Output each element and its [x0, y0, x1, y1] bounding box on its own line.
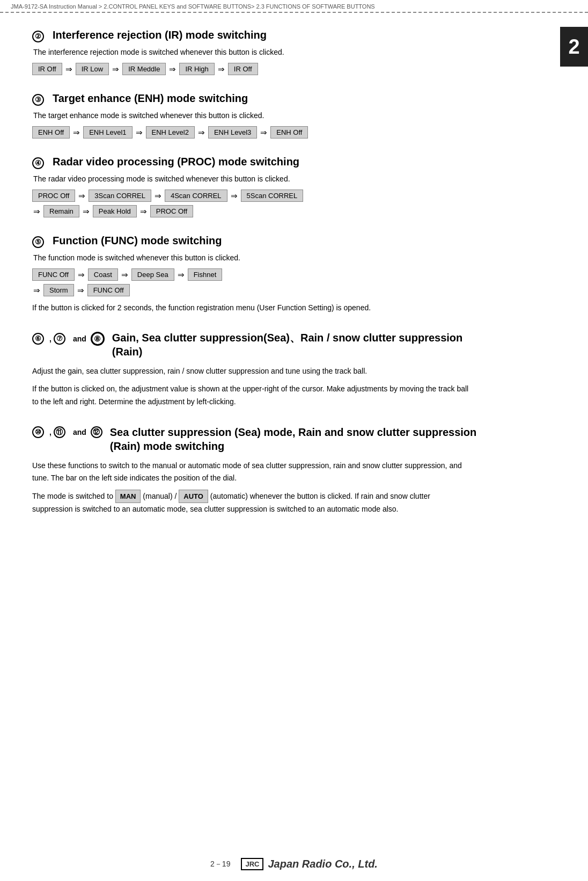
- proc-off-1: PROC Off: [32, 190, 75, 202]
- section-func-flow-1: FUNC Off ⇒ Coast ⇒ Deep Sea ⇒ Fishnet: [32, 268, 494, 281]
- comma-1: ,: [49, 334, 52, 343]
- enh-off-1: ENH Off: [32, 126, 70, 139]
- ir-meddle: IR Meddle: [122, 63, 166, 75]
- section-func-note: If the button is clicked for 2 seconds, …: [32, 302, 451, 314]
- enh-off-2: ENH Off: [270, 126, 308, 139]
- jrc-label: JRC: [241, 858, 263, 870]
- num-12: ⑫: [91, 426, 102, 438]
- section-ir-heading: ② Interference rejection (IR) mode switc…: [32, 29, 494, 42]
- arrow-2: ⇒: [112, 64, 119, 74]
- arrow-1: ⇒: [65, 64, 72, 74]
- main-content: ② Interference rejection (IR) mode switc…: [0, 13, 526, 554]
- proc-5scan: 5Scan CORREL: [241, 190, 304, 202]
- auto-label: AUTO: [179, 490, 208, 503]
- section-gain-nums: ⑥ , ⑦ and ⑧: [32, 332, 108, 346]
- section-proc-title: Radar video processing (PROC) mode switc…: [53, 156, 299, 168]
- func-fishnet: Fishnet: [188, 268, 223, 281]
- func-deep-sea: Deep Sea: [131, 268, 174, 281]
- section-proc-num: ④: [32, 157, 44, 169]
- num-8: ⑧: [91, 332, 105, 346]
- breadcrumb: JMA-9172-SA Instruction Manual > 2.CONTR…: [11, 3, 375, 10]
- section-enh-desc: The target enhance mode is switched when…: [33, 111, 494, 120]
- enh-level2: ENH Level2: [146, 126, 195, 139]
- func-storm: Storm: [43, 284, 74, 296]
- func-off-1: FUNC Off: [32, 268, 75, 281]
- section-enh-title: Target enhance (ENH) mode switching: [53, 92, 248, 105]
- func-off-2: FUNC Off: [87, 284, 130, 296]
- section-ir-title: Interference rejection (IR) mode switchi…: [53, 29, 267, 41]
- section-enh: ③ Target enhance (ENH) mode switching Th…: [32, 92, 494, 139]
- proc-remain: Remain: [43, 205, 79, 217]
- section-sea-rain-title: Sea clutter suppression (Sea) mode, Rain…: [110, 425, 494, 453]
- section-sea-rain-heading: ⑩ , ⑪ and ⑫ Sea clutter suppression (Sea…: [32, 425, 494, 453]
- ir-low: IR Low: [76, 63, 109, 75]
- man-label: MAN: [115, 490, 141, 503]
- footer-logo: JRC Japan Radio Co., Ltd.: [241, 858, 377, 870]
- arrow-4: ⇒: [218, 64, 225, 74]
- section-func-desc: The function mode is switched whenever t…: [33, 253, 494, 262]
- section-proc-heading: ④ Radar video processing (PROC) mode swi…: [32, 156, 494, 169]
- section-sea-rain: ⑩ , ⑪ and ⑫ Sea clutter suppression (Sea…: [32, 425, 494, 516]
- proc-3scan: 3Scan CORREL: [89, 190, 151, 202]
- section-func-heading: ⑤ Function (FUNC) mode switching: [32, 235, 494, 248]
- body2-mid: (manual) /: [143, 492, 177, 500]
- section-func-flow-2: ⇒ Storm ⇒ FUNC Off: [32, 284, 494, 296]
- ir-off-2: IR Off: [228, 63, 258, 75]
- enh-level3: ENH Level3: [208, 126, 257, 139]
- section-func-num: ⑤: [32, 236, 44, 248]
- proc-peak-hold: Peak Hold: [93, 205, 137, 217]
- body2-prefix: The mode is switched to: [32, 492, 113, 500]
- section-gain-body2: If the button is clicked on, the adjustm…: [32, 383, 472, 407]
- ir-off-1: IR Off: [32, 63, 62, 75]
- section-func-title: Function (FUNC) mode switching: [53, 235, 222, 247]
- num-11: ⑪: [54, 426, 65, 438]
- and-label-2: and: [73, 428, 86, 436]
- section-sea-rain-body1: Use these functions to switch to the man…: [32, 460, 472, 484]
- section-gain: ⑥ , ⑦ and ⑧ Gain, Sea clutter suppressio…: [32, 331, 494, 407]
- num-6: ⑥: [32, 333, 44, 345]
- num-10: ⑩: [32, 426, 44, 438]
- num-7: ⑦: [54, 333, 65, 345]
- section-func: ⑤ Function (FUNC) mode switching The fun…: [32, 235, 494, 314]
- chapter-tab: 2: [560, 27, 588, 67]
- section-enh-flow: ENH Off ⇒ ENH Level1 ⇒ ENH Level2 ⇒ ENH …: [32, 126, 494, 139]
- logo-text: Japan Radio Co., Ltd.: [268, 858, 377, 870]
- section-gain-body1: Adjust the gain, sea clutter suppression…: [32, 365, 472, 377]
- arrow-3: ⇒: [169, 64, 176, 74]
- section-proc-flow-1: PROC Off ⇒ 3Scan CORREL ⇒ 4Scan CORREL ⇒…: [32, 190, 494, 202]
- section-proc: ④ Radar video processing (PROC) mode swi…: [32, 156, 494, 217]
- section-proc-desc: The radar video processing mode is switc…: [33, 174, 494, 183]
- section-sea-rain-nums: ⑩ , ⑪ and ⑫: [32, 426, 106, 438]
- ir-high: IR High: [179, 63, 214, 75]
- proc-off-2: PROC Off: [150, 205, 193, 217]
- section-ir-desc: The interference rejection mode is switc…: [33, 48, 494, 56]
- section-proc-flow-2: ⇒ Remain ⇒ Peak Hold ⇒ PROC Off: [32, 205, 494, 217]
- footer: 2－19 JRC Japan Radio Co., Ltd.: [0, 858, 588, 870]
- section-ir-num: ②: [32, 31, 44, 42]
- section-enh-num: ③: [32, 94, 44, 106]
- section-gain-title: Gain, Sea clutter suppression(Sea)、Rain …: [112, 331, 494, 359]
- enh-level1: ENH Level1: [83, 126, 132, 139]
- section-sea-rain-body2: The mode is switched to MAN (manual) / A…: [32, 490, 472, 516]
- header: JMA-9172-SA Instruction Manual > 2.CONTR…: [0, 0, 588, 13]
- section-gain-heading: ⑥ , ⑦ and ⑧ Gain, Sea clutter suppressio…: [32, 331, 494, 359]
- proc-4scan: 4Scan CORREL: [165, 190, 227, 202]
- func-coast: Coast: [88, 268, 118, 281]
- section-ir-flow: IR Off ⇒ IR Low ⇒ IR Meddle ⇒ IR High ⇒ …: [32, 63, 494, 75]
- comma-2: ,: [49, 428, 52, 436]
- page-number: 2－19: [210, 860, 230, 869]
- and-label-1: and: [73, 334, 86, 343]
- section-enh-heading: ③ Target enhance (ENH) mode switching: [32, 92, 494, 106]
- section-ir: ② Interference rejection (IR) mode switc…: [32, 29, 494, 75]
